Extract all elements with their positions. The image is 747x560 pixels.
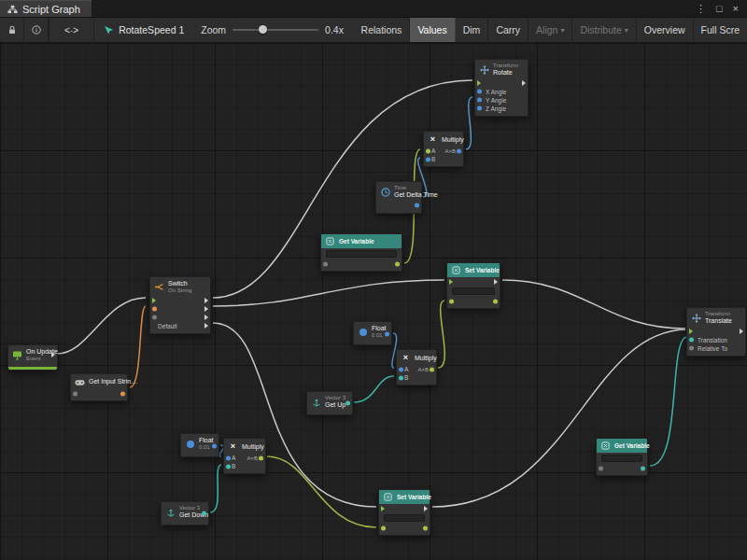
float-out-port[interactable]	[212, 444, 217, 449]
b-in-port[interactable]	[399, 375, 403, 380]
result-out-port[interactable]	[430, 367, 434, 371]
overview-label: Overview	[644, 24, 685, 35]
node-multiply-down[interactable]: × Multiply A A×B B	[223, 438, 266, 474]
distribute-button[interactable]: Distribute▾	[572, 18, 636, 42]
transform-icon	[691, 313, 701, 323]
default-out-port[interactable]	[204, 323, 208, 329]
float-out-port[interactable]	[415, 203, 419, 208]
node-float-1[interactable]: Float 0.01	[353, 321, 392, 345]
node-get-delta-time[interactable]: Time Get Delta Time	[375, 181, 422, 214]
value-out-port[interactable]	[493, 299, 498, 303]
node-multiply-up[interactable]: × Multiply A A×B B	[396, 349, 437, 385]
port-label: A×B	[417, 367, 429, 372]
flow-out-port[interactable]	[522, 80, 526, 86]
flow-out-port[interactable]	[740, 329, 743, 334]
overview-button[interactable]: Overview	[637, 18, 694, 42]
flow-in-port[interactable]	[381, 506, 385, 511]
multiply-icon: ×	[428, 134, 438, 145]
value-in-port[interactable]	[449, 299, 454, 303]
float-out-port[interactable]	[385, 332, 389, 337]
flow-out-port[interactable]	[494, 279, 498, 285]
flow-out-port[interactable]	[204, 315, 208, 320]
monitor-icon	[12, 350, 22, 360]
result-out-port[interactable]	[457, 148, 461, 153]
float-in-port[interactable]	[477, 106, 482, 111]
variable-name-field[interactable]	[326, 250, 397, 258]
variable-name-field[interactable]	[452, 287, 495, 295]
string-out-port[interactable]	[120, 391, 125, 396]
align-button[interactable]: Align▾	[529, 18, 572, 42]
node-vector3-get-up[interactable]: Vector 3 Get Up	[306, 391, 353, 415]
flow-in-port[interactable]	[152, 298, 156, 303]
lock-button[interactable]	[0, 18, 24, 42]
selector-in-port[interactable]	[152, 307, 157, 312]
node-on-update[interactable]: On Update Event	[7, 344, 58, 371]
relations-label: Relations	[361, 24, 402, 35]
b-in-port[interactable]	[426, 157, 430, 161]
node-title: Float	[199, 437, 214, 444]
flow-out-port[interactable]	[204, 306, 208, 312]
node-switch-on-string[interactable]: Switch On String Default	[149, 276, 211, 334]
close-icon[interactable]: ×	[733, 4, 739, 14]
fullscreen-button[interactable]: Full Scre	[694, 18, 747, 42]
value-in-port[interactable]	[381, 525, 386, 530]
value-in-port[interactable]	[152, 315, 157, 320]
a-in-port[interactable]	[426, 148, 430, 153]
flow-out-port[interactable]	[51, 352, 55, 357]
node-transform-translate[interactable]: Transform Translate Translation Relative…	[686, 307, 746, 357]
zoom-value: 0.4x	[325, 24, 344, 35]
node-multiply-rotation[interactable]: × Multiply A A×B B	[423, 131, 464, 167]
variable-icon	[600, 441, 611, 451]
flow-out-port[interactable]	[424, 506, 428, 511]
float-in-port[interactable]	[477, 98, 482, 103]
node-title: Get Variable	[614, 442, 650, 449]
code-view-button[interactable]: <∙>	[49, 18, 94, 42]
b-in-port[interactable]	[226, 464, 231, 469]
float-in-port[interactable]	[477, 90, 482, 94]
value-out-port[interactable]	[423, 525, 428, 530]
node-set-variable-2[interactable]: Set Variable	[378, 489, 430, 536]
graph-canvas[interactable]: On Update Event Get Input Strin…	[0, 43, 747, 560]
value-in-port[interactable]	[73, 391, 78, 396]
node-title: Get Up	[325, 401, 345, 409]
value-in-port[interactable]	[689, 346, 694, 351]
node-transform-rotate[interactable]: Transform Rotate X Angle Y Angle Z Angle	[474, 59, 529, 117]
info-button[interactable]	[24, 18, 49, 42]
vector-out-port[interactable]	[345, 401, 350, 406]
node-vector3-get-down[interactable]: Vector 3 Get Down	[161, 501, 209, 525]
wire-multiply3-setvar2	[267, 456, 376, 527]
vector-in-port[interactable]	[689, 338, 694, 343]
variable-name-field[interactable]	[601, 455, 642, 462]
result-out-port[interactable]	[259, 455, 263, 460]
node-get-variable-1[interactable]: Get Variable	[320, 233, 402, 272]
maximize-icon[interactable]: □	[716, 4, 723, 14]
zoom-slider[interactable]	[233, 25, 318, 35]
value-in-port[interactable]	[323, 261, 328, 266]
flow-in-port[interactable]	[477, 80, 481, 86]
flow-in-port[interactable]	[689, 329, 693, 334]
a-in-port[interactable]	[399, 367, 403, 371]
flow-in-port[interactable]	[449, 279, 453, 285]
node-subtitle: Event	[26, 356, 52, 362]
dim-button[interactable]: Dim	[456, 18, 489, 42]
carry-button[interactable]: Carry	[488, 18, 529, 42]
node-set-variable-1[interactable]: Set Variable	[446, 262, 500, 309]
node-get-variable-2[interactable]: Get Variable	[596, 438, 648, 476]
vector-out-port[interactable]	[202, 511, 206, 516]
zoom-thumb[interactable]	[259, 25, 267, 34]
port-label: Z Angle	[486, 105, 506, 112]
flow-out-port[interactable]	[204, 298, 208, 303]
window-menu-icon[interactable]: ⋮	[696, 4, 706, 14]
a-in-port[interactable]	[226, 455, 231, 460]
graph-reference[interactable]: RotateSpeed 1	[94, 18, 193, 42]
node-float-2[interactable]: Float 0.01	[180, 433, 219, 457]
node-get-input-string[interactable]: Get Input Strin…	[70, 373, 128, 401]
node-subtitle: On String	[168, 287, 191, 294]
tab-script-graph[interactable]: Script Graph	[0, 0, 92, 17]
relations-button[interactable]: Relations	[354, 18, 411, 42]
variable-name-field[interactable]	[384, 514, 425, 522]
value-out-port[interactable]	[641, 466, 645, 470]
value-out-port[interactable]	[395, 261, 400, 266]
values-button[interactable]: Values	[410, 18, 455, 42]
value-in-port[interactable]	[599, 466, 603, 470]
